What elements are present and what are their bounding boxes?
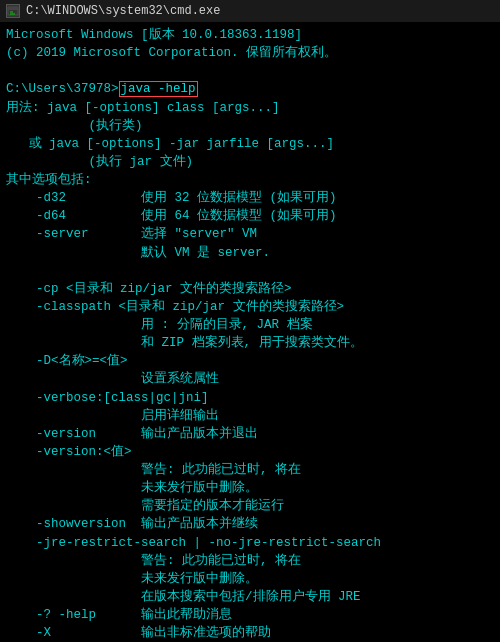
line-options-header: 其中选项包括: <box>6 171 494 189</box>
line-blank1 <box>6 62 494 80</box>
terminal-body[interactable]: Microsoft Windows [版本 10.0.18363.1198] (… <box>0 22 500 642</box>
line-d32: -d32 使用 32 位数据模型 (如果可用) <box>6 189 494 207</box>
line-version5: 需要指定的版本才能运行 <box>6 497 494 515</box>
line-showversion: -showversion 输出产品版本并继续 <box>6 515 494 533</box>
line-version1: -version 输出产品版本并退出 <box>6 425 494 443</box>
line-jre-restrict: -jre-restrict-search | -no-jre-restrict-… <box>6 534 494 552</box>
line-X: -X 输出非标准选项的帮助 <box>6 624 494 642</box>
line-version4: 未来发行版中删除。 <box>6 479 494 497</box>
line-jre-restrict3: 未来发行版中删除。 <box>6 570 494 588</box>
line-classpath3: 和 ZIP 档案列表, 用于搜索类文件。 <box>6 334 494 352</box>
line-D2: 设置系统属性 <box>6 370 494 388</box>
line-cp: -cp <目录和 zip/jar 文件的类搜索路径> <box>6 280 494 298</box>
line-version2: -version:<值> <box>6 443 494 461</box>
line-usage1: 用法: java [-options] class [args...] <box>6 99 494 117</box>
line-server2: 默认 VM 是 server. <box>6 244 494 262</box>
cmd-window: C:\WINDOWS\system32\cmd.exe Microsoft Wi… <box>0 0 500 642</box>
line-D: -D<名称>=<值> <box>6 352 494 370</box>
line-verbose: -verbose:[class|gc|jni] <box>6 389 494 407</box>
line-version: Microsoft Windows [版本 10.0.18363.1198] <box>6 26 494 44</box>
svg-rect-1 <box>8 7 18 10</box>
line-blank2 <box>6 262 494 280</box>
line-help: -? -help 输出此帮助消息 <box>6 606 494 624</box>
line-d64: -d64 使用 64 位数据模型 (如果可用) <box>6 207 494 225</box>
titlebar-icon <box>6 4 20 18</box>
line-usage3: 或 java [-options] -jar jarfile [args...] <box>6 135 494 153</box>
line-copyright: (c) 2019 Microsoft Corporation. 保留所有权利。 <box>6 44 494 62</box>
line-jre-restrict4: 在版本搜索中包括/排除用户专用 JRE <box>6 588 494 606</box>
prompt-text: C:\Users\37978> <box>6 82 119 96</box>
line-usage4: (执行 jar 文件) <box>6 153 494 171</box>
titlebar-title: C:\WINDOWS\system32\cmd.exe <box>26 4 494 18</box>
line-classpath2: 用 : 分隔的目录, JAR 档案 <box>6 316 494 334</box>
line-version3: 警告: 此功能已过时, 将在 <box>6 461 494 479</box>
line-jre-restrict2: 警告: 此功能已过时, 将在 <box>6 552 494 570</box>
line-verbose2: 启用详细输出 <box>6 407 494 425</box>
line-usage2: (执行类) <box>6 117 494 135</box>
command-highlight: java -help <box>119 81 198 97</box>
line-classpath: -classpath <目录和 zip/jar 文件的类搜索路径> <box>6 298 494 316</box>
line-prompt: C:\Users\37978>java -help <box>6 80 494 98</box>
titlebar: C:\WINDOWS\system32\cmd.exe <box>0 0 500 22</box>
line-server1: -server 选择 "server" VM <box>6 225 494 243</box>
